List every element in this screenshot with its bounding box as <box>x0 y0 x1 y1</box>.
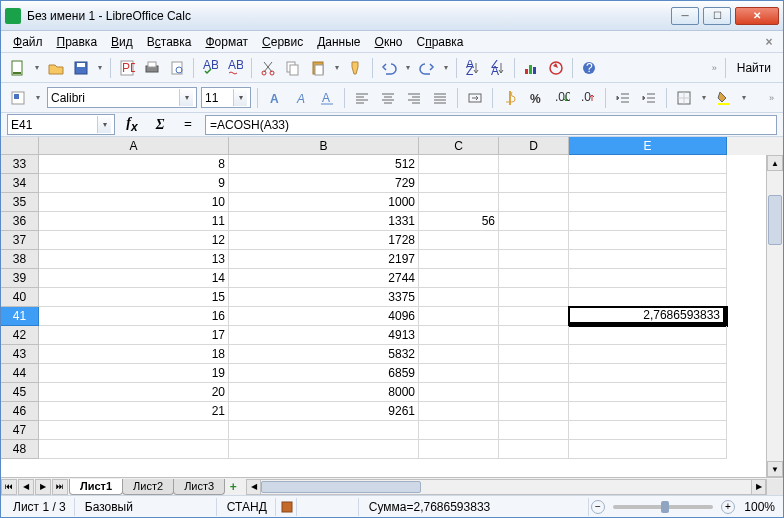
horizontal-scrollbar[interactable]: ◀ ▶ <box>246 479 766 495</box>
cell-D45[interactable] <box>499 383 569 402</box>
cell-D35[interactable] <box>499 193 569 212</box>
cell-C39[interactable] <box>419 269 499 288</box>
cell-E33[interactable] <box>569 155 727 174</box>
align-right-icon[interactable] <box>403 87 425 109</box>
toolbar-overflow[interactable]: » <box>709 63 720 73</box>
align-center-icon[interactable] <box>377 87 399 109</box>
cell-E45[interactable] <box>569 383 727 402</box>
save-dropdown[interactable]: ▾ <box>95 63 105 72</box>
cell-B41[interactable]: 4096 <box>229 307 419 326</box>
cell-B40[interactable]: 3375 <box>229 288 419 307</box>
row-header[interactable]: 38 <box>1 250 39 269</box>
cell-A43[interactable]: 18 <box>39 345 229 364</box>
cut-icon[interactable] <box>257 57 279 79</box>
font-size-input[interactable] <box>205 89 233 106</box>
close-document-button[interactable]: × <box>761 34 777 50</box>
col-header-B[interactable]: B <box>229 137 419 155</box>
row-header[interactable]: 34 <box>1 174 39 193</box>
cell-B47[interactable] <box>229 421 419 440</box>
cell-C46[interactable] <box>419 402 499 421</box>
cell-B43[interactable]: 5832 <box>229 345 419 364</box>
cell-D43[interactable] <box>499 345 569 364</box>
background-color-icon[interactable] <box>713 87 735 109</box>
font-name-input[interactable] <box>51 89 179 106</box>
paste-icon[interactable] <box>307 57 329 79</box>
cell-A46[interactable]: 21 <box>39 402 229 421</box>
cell-E47[interactable] <box>569 421 727 440</box>
copy-icon[interactable] <box>282 57 304 79</box>
cell-E37[interactable] <box>569 231 727 250</box>
menu-файл[interactable]: Файл <box>7 33 49 51</box>
row-header[interactable]: 40 <box>1 288 39 307</box>
cell-E48[interactable] <box>569 440 727 459</box>
chart-icon[interactable] <box>520 57 542 79</box>
zoom-slider-knob[interactable] <box>661 501 669 513</box>
sheet-tab-Лист1[interactable]: Лист1 <box>69 479 123 495</box>
cell-A45[interactable]: 20 <box>39 383 229 402</box>
sort-desc-icon[interactable]: ZA <box>487 57 509 79</box>
print-preview-icon[interactable] <box>166 57 188 79</box>
cell-C48[interactable] <box>419 440 499 459</box>
row-header[interactable]: 46 <box>1 402 39 421</box>
function-wizard-icon[interactable]: fx <box>121 115 143 134</box>
row-header[interactable]: 33 <box>1 155 39 174</box>
cell-B38[interactable]: 2197 <box>229 250 419 269</box>
cell-E44[interactable] <box>569 364 727 383</box>
menu-правка[interactable]: Правка <box>51 33 104 51</box>
cell-A35[interactable]: 10 <box>39 193 229 212</box>
menu-данные[interactable]: Данные <box>311 33 366 51</box>
hscroll-thumb[interactable] <box>261 481 421 493</box>
cell-E42[interactable] <box>569 326 727 345</box>
font-name-combo[interactable]: ▾ <box>47 87 197 108</box>
cell-C34[interactable] <box>419 174 499 193</box>
print-icon[interactable] <box>141 57 163 79</box>
cell-C41[interactable] <box>419 307 499 326</box>
cell-D36[interactable] <box>499 212 569 231</box>
bgcolor-dropdown[interactable]: ▾ <box>739 93 749 102</box>
cell-D33[interactable] <box>499 155 569 174</box>
row-header[interactable]: 48 <box>1 440 39 459</box>
cell-D47[interactable] <box>499 421 569 440</box>
cell-D38[interactable] <box>499 250 569 269</box>
add-decimal-icon[interactable]: .00 <box>551 87 573 109</box>
cell-B37[interactable]: 1728 <box>229 231 419 250</box>
paste-dropdown[interactable]: ▾ <box>332 63 342 72</box>
cell-C42[interactable] <box>419 326 499 345</box>
cell-C33[interactable] <box>419 155 499 174</box>
zoom-in-icon[interactable]: + <box>721 500 735 514</box>
undo-icon[interactable] <box>378 57 400 79</box>
bold-icon[interactable]: A <box>264 87 286 109</box>
zoom-value[interactable]: 100% <box>737 500 779 514</box>
vertical-scrollbar[interactable]: ▲ ▼ <box>766 155 783 477</box>
merge-cells-icon[interactable] <box>464 87 486 109</box>
cell-E46[interactable] <box>569 402 727 421</box>
cell-B36[interactable]: 1331 <box>229 212 419 231</box>
cell-A47[interactable] <box>39 421 229 440</box>
cell-D37[interactable] <box>499 231 569 250</box>
insert-mode[interactable]: СТАНД <box>219 498 276 516</box>
cell-D44[interactable] <box>499 364 569 383</box>
cell-ref-dropdown[interactable]: ▾ <box>97 116 111 133</box>
cell-E36[interactable] <box>569 212 727 231</box>
cell-E41[interactable]: 2,7686593833 <box>569 307 727 326</box>
cell-E39[interactable] <box>569 269 727 288</box>
increase-indent-icon[interactable] <box>638 87 660 109</box>
sort-asc-icon[interactable]: AZ <box>462 57 484 79</box>
add-sheet-icon[interactable]: + <box>224 480 242 494</box>
open-icon[interactable] <box>45 57 67 79</box>
cell-A40[interactable]: 15 <box>39 288 229 307</box>
col-header-E[interactable]: E <box>569 137 727 155</box>
minimize-button[interactable]: ─ <box>671 7 699 25</box>
row-header[interactable]: 45 <box>1 383 39 402</box>
sum-icon[interactable]: Σ <box>149 117 171 133</box>
percent-icon[interactable]: % <box>525 87 547 109</box>
underline-icon[interactable]: A <box>316 87 338 109</box>
cell-A36[interactable]: 11 <box>39 212 229 231</box>
auto-spellcheck-icon[interactable]: ABC <box>224 57 246 79</box>
function-equals-icon[interactable]: = <box>177 117 199 133</box>
cell-A48[interactable] <box>39 440 229 459</box>
new-dropdown[interactable]: ▾ <box>32 63 42 72</box>
cell-B33[interactable]: 512 <box>229 155 419 174</box>
cell-A34[interactable]: 9 <box>39 174 229 193</box>
cell-E34[interactable] <box>569 174 727 193</box>
